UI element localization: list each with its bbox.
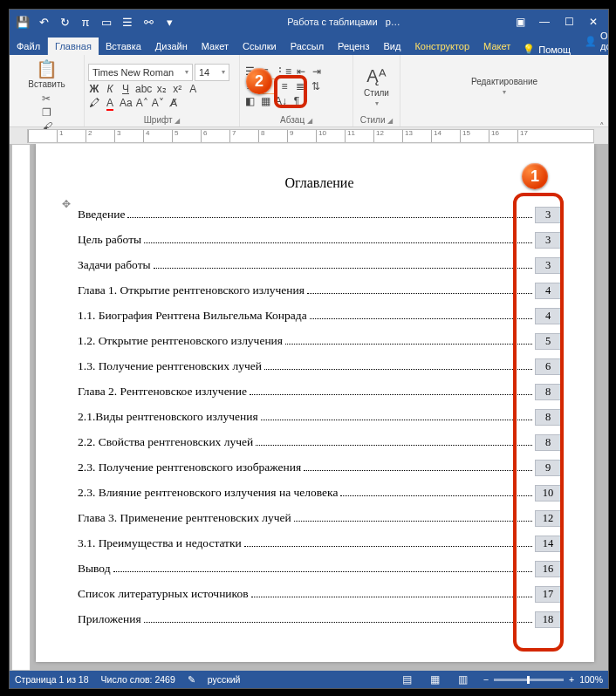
underline-icon[interactable]: Ч: [120, 83, 132, 95]
share-button[interactable]: 👤 Общий доступ: [576, 27, 609, 55]
styles-button[interactable]: ĄᴬСтили▾: [357, 64, 396, 109]
toc-entry-text: 3.1. Преимущества и недостатки: [78, 536, 242, 550]
shrink-font-icon[interactable]: A˅: [152, 97, 164, 109]
toc-entry-text: 1.1. Биография Рентгена Вильгельма Конра…: [78, 309, 307, 323]
document-page[interactable]: ✥ Оглавление Введение3Цель работы3Задачи…: [36, 144, 594, 662]
toc-entry-text: Вывод: [78, 562, 111, 576]
undo-icon[interactable]: ↶: [34, 12, 53, 31]
callout-box-1: [513, 193, 564, 652]
increase-indent-icon[interactable]: ⇥: [311, 65, 323, 78]
toc-entry-text: Глава 1. Открытие рентгеновского излучен…: [78, 283, 305, 297]
print-layout-icon[interactable]: ▦: [428, 673, 443, 686]
quick-access-toolbar: 💾 ↶ ↻ π ▭ ☰ ⚯ ▾: [13, 12, 179, 31]
tell-me[interactable]: 💡 Помощ: [517, 44, 576, 55]
web-layout-icon[interactable]: ▥: [455, 673, 471, 686]
tab-references[interactable]: Ссылки: [236, 38, 284, 55]
toc-entry-text: 2.1.Виды рентгеновского излучения: [78, 410, 258, 424]
italic-icon[interactable]: К: [104, 83, 116, 95]
save-icon[interactable]: 💾: [13, 12, 32, 31]
shading-icon[interactable]: ◧: [243, 95, 256, 107]
redo-icon[interactable]: ↻: [55, 12, 74, 31]
tab-table-design[interactable]: Конструктор: [407, 38, 476, 55]
toc-leader-dots: [307, 293, 532, 294]
link-icon[interactable]: ⚯: [139, 12, 158, 31]
font-name-combo[interactable]: Times New Roman▾: [88, 64, 193, 81]
toc-leader-dots: [264, 369, 532, 370]
paste-button[interactable]: 📋Вставить: [24, 57, 68, 91]
callout-badge-1: 1: [522, 163, 548, 189]
group-paragraph-label: Абзац ◢: [243, 115, 349, 126]
font-size-combo[interactable]: 14▾: [195, 64, 229, 81]
new-icon[interactable]: ▭: [97, 12, 116, 31]
toc-row: 1.2. Открытие рентгеновского излучения5: [78, 333, 561, 350]
bold-icon[interactable]: Ж: [88, 83, 100, 95]
pi-icon[interactable]: π: [76, 12, 95, 31]
toc-row: Глава 3. Применение рентгеновских лучей1…: [78, 510, 561, 527]
toc-entry-text: 1.3. Получение рентгеновских лучей: [78, 359, 262, 373]
toc-entry-text: 1.2. Открытие рентгеновского излучения: [78, 334, 283, 348]
text-effects-icon[interactable]: A: [187, 83, 199, 95]
tab-insert[interactable]: Вставка: [99, 38, 148, 55]
toc-leader-dots: [127, 217, 532, 218]
zoom-out-icon[interactable]: −: [483, 674, 489, 685]
open-icon[interactable]: ☰: [118, 12, 137, 31]
toc-leader-dots: [304, 470, 532, 471]
zoom-slider[interactable]: [494, 679, 564, 681]
status-page[interactable]: Страница 1 из 18: [15, 674, 89, 685]
cut-icon[interactable]: ✂: [42, 92, 52, 105]
tab-mailings[interactable]: Рассыл: [284, 38, 331, 55]
highlight-icon[interactable]: 🖍: [88, 97, 100, 109]
font-color-icon[interactable]: A: [104, 97, 116, 109]
toc-row: 3.1. Преимущества и недостатки14: [78, 536, 561, 552]
zoom-in-icon[interactable]: +: [569, 674, 574, 685]
toc-leader-dots: [285, 344, 532, 345]
status-language[interactable]: русский: [208, 674, 241, 685]
group-font-label: Шрифт ◢: [88, 115, 236, 126]
line-spacing-icon[interactable]: ⇅: [310, 80, 322, 92]
strike-icon[interactable]: abc: [135, 83, 152, 95]
toc-entry-text: Приложения: [78, 612, 141, 626]
toc-row: Глава 2. Рентгеновское излучение8: [78, 384, 561, 400]
collapse-ribbon-icon[interactable]: ˄: [599, 121, 605, 133]
tab-review[interactable]: Реценз: [331, 38, 376, 55]
styles-icon: Ąᴬ: [366, 65, 386, 86]
horizontal-ruler[interactable]: 1234567891011121314151617: [27, 129, 594, 143]
tab-table-layout[interactable]: Макет: [476, 38, 517, 55]
subscript-icon[interactable]: x₂: [155, 83, 168, 95]
read-mode-icon[interactable]: ▤: [400, 673, 415, 686]
toc-row: 2.2. Свойства рентгеновских лучей8: [78, 434, 561, 451]
grow-font-icon[interactable]: A˄: [136, 97, 148, 109]
copy-icon[interactable]: ❐: [42, 106, 52, 119]
toc-entry-text: 2.2. Свойства рентгеновских лучей: [78, 435, 253, 449]
window-context-title: Работа с таблицами р…: [181, 17, 507, 27]
minimize-icon[interactable]: ―: [533, 12, 556, 31]
toc-row: Введение3: [78, 207, 561, 223]
status-proofing-icon[interactable]: ✎: [188, 674, 195, 685]
toc-entry-text: Цель работы: [78, 233, 141, 247]
ribbon-options-icon[interactable]: ▣: [509, 12, 531, 31]
toc-leader-dots: [261, 420, 532, 420]
superscript-icon[interactable]: x²: [171, 83, 183, 95]
qat-more-icon[interactable]: ▾: [160, 12, 179, 31]
editing-button[interactable]: Редактирование▾: [404, 75, 605, 98]
tab-home[interactable]: Главная: [48, 38, 99, 55]
toc-row: 2.3. Получение рентгеновского изображени…: [78, 460, 561, 476]
toc-row: 2.1.Виды рентгеновского излучения8: [78, 409, 561, 426]
toc-row: Цель работы3: [78, 232, 561, 249]
toc-leader-dots: [251, 597, 532, 597]
table-anchor-icon[interactable]: ✥: [62, 198, 71, 211]
tab-file[interactable]: Файл: [10, 38, 48, 55]
toc-leader-dots: [294, 521, 532, 522]
tab-view[interactable]: Вид: [376, 38, 407, 55]
borders-icon[interactable]: ▦: [259, 95, 271, 107]
status-bar: Страница 1 из 18 Число слов: 2469 ✎ русс…: [10, 671, 608, 688]
zoom-level[interactable]: 100%: [579, 674, 603, 685]
change-case-icon[interactable]: Aa: [120, 97, 133, 109]
tab-design[interactable]: Дизайн: [148, 38, 195, 55]
tab-layout[interactable]: Макет: [195, 38, 236, 55]
toc-leader-dots: [310, 318, 532, 319]
clear-format-icon[interactable]: A̸: [168, 97, 180, 109]
status-words[interactable]: Число слов: 2469: [101, 674, 175, 685]
vertical-ruler[interactable]: [11, 144, 31, 671]
toc-entry-text: Список литературных источников: [78, 587, 249, 601]
